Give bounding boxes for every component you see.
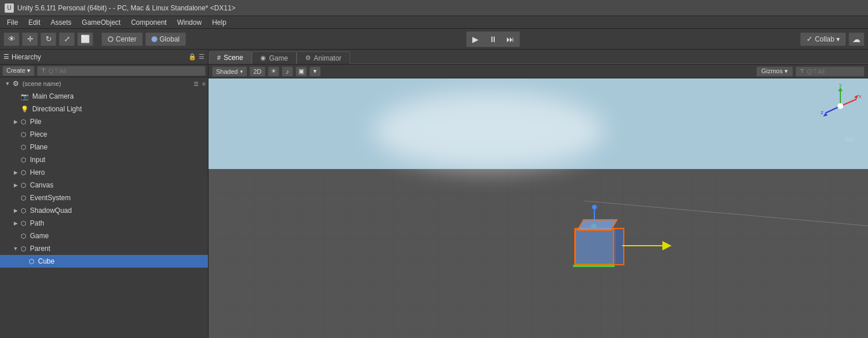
scene-search-input[interactable] — [807, 68, 861, 75]
list-item-piece[interactable]: ⬡ Piece — [0, 128, 208, 141]
title-bar: U Unity 5.6.1f1 Personal (64bit) - - PC,… — [0, 0, 868, 16]
menu-help[interactable]: Help — [207, 17, 231, 28]
scene-viewport[interactable]: x y z Iso — [209, 78, 868, 338]
menu-file[interactable]: File — [2, 17, 22, 28]
global-button[interactable]: Global — [145, 32, 186, 46]
light-icon: 💡 — [21, 106, 29, 113]
tool-move[interactable]: ✛ — [22, 32, 38, 46]
play-button[interactable]: ▶ — [468, 32, 484, 46]
step-button[interactable]: ⏭ — [502, 32, 518, 46]
list-item-directional-light[interactable]: 💡 Directional Light — [0, 103, 208, 115]
gizmo-overlay: x y z Iso — [817, 83, 863, 129]
x-axis-arrow[interactable] — [622, 241, 672, 250]
svg-marker-1 — [854, 95, 859, 99]
menu-gameobject[interactable]: GameObject — [77, 17, 125, 28]
gizmos-button[interactable]: Gizmos ▾ — [756, 66, 793, 77]
svg-text:y: y — [839, 83, 842, 88]
scene-tab-icon: # — [217, 54, 221, 61]
cube-face-front — [574, 228, 616, 265]
root-menu-icon: ☰ — [194, 81, 199, 87]
list-item-input[interactable]: ⬡ Input — [0, 153, 208, 166]
toolbar: 👁 ✛ ↻ ⤢ ⬜ Center Global ▶ ⏸ ⏭ ✓ Collab ▾… — [0, 29, 868, 50]
root-more-icon: ≡ — [202, 81, 206, 87]
title-text: Unity 5.6.1f1 Personal (64bit) - - PC, M… — [17, 4, 236, 12]
2d-button[interactable]: 2D — [249, 66, 266, 77]
scene-area: # Scene ◉ Game ⚙ Animator Shaded ▾ 2D ☀ — [209, 50, 868, 338]
gameobject-icon: ⬡ — [21, 118, 26, 126]
collab-button[interactable]: ✓ Collab ▾ — [800, 32, 846, 46]
hierarchy-root[interactable]: ▼ ⚙ (scene name) ☰ ≡ — [0, 77, 208, 90]
iso-label: Iso — [845, 135, 854, 143]
list-item-plane[interactable]: ⬡ Plane — [0, 141, 208, 153]
pause-button[interactable]: ⏸ — [485, 32, 501, 46]
cube-face-top — [577, 219, 618, 231]
svg-marker-3 — [838, 88, 843, 91]
menu-edit[interactable]: Edit — [24, 17, 45, 28]
svg-text:z: z — [821, 110, 824, 115]
list-item-path[interactable]: ▶ ⬡ Path — [0, 217, 208, 230]
expand-arrow-root: ▼ — [3, 81, 12, 87]
list-item-canvas[interactable]: ▶ ⬡ Canvas — [0, 179, 208, 191]
menu-component[interactable]: Component — [126, 17, 171, 28]
center-button[interactable]: Center — [101, 32, 143, 46]
list-item-cube[interactable]: ⬡ Cube — [0, 255, 208, 268]
svg-marker-5 — [823, 113, 828, 117]
cube-bottom-outline — [573, 265, 615, 267]
scene-tab-end — [350, 51, 868, 64]
list-item-eventsystem[interactable]: ⬡ EventSystem — [0, 191, 208, 204]
search-icon: ⊤ — [41, 67, 46, 74]
x-arrow-head — [662, 241, 672, 250]
tab-game[interactable]: ◉ Game — [252, 51, 297, 64]
tab-scene[interactable]: # Scene — [209, 51, 252, 64]
list-item-shadowquad[interactable]: ▶ ⬡ ShadowQuad — [0, 204, 208, 217]
create-button[interactable]: Create ▾ — [2, 66, 35, 76]
gameobject-icon8: ⬡ — [21, 220, 26, 227]
list-item-parent[interactable]: ▼ ⬡ Parent — [0, 242, 208, 255]
gameobject-icon4: ⬡ — [21, 156, 26, 164]
main-content: ☰ Hierarchy 🔒 ☰ Create ▾ ⊤ ▼ ⚙ (scene na… — [0, 50, 868, 338]
list-item-game[interactable]: ⬡ Game — [0, 230, 208, 242]
playback-controls: ▶ ⏸ ⏭ — [466, 31, 520, 47]
gameobject-icon7: ⬡ — [21, 207, 26, 215]
y-handle-dot — [592, 205, 597, 209]
hierarchy-list: ▼ ⚙ (scene name) ☰ ≡ 📷 Main Camera 💡 Dir… — [0, 77, 208, 338]
screen-icon-btn[interactable]: ▣ — [295, 66, 307, 77]
sky-blob — [373, 92, 604, 170]
list-item-pile[interactable]: ▶ ⬡ Pile — [0, 115, 208, 128]
cloud-button[interactable]: ☁ — [848, 32, 865, 46]
selected-cube-object[interactable] — [571, 219, 623, 265]
menu-window[interactable]: Window — [172, 17, 206, 28]
gameobject-icon3: ⬡ — [21, 144, 26, 151]
scene-search[interactable]: ⊤ — [795, 66, 865, 77]
y-axis-handle[interactable] — [592, 205, 597, 221]
svg-point-6 — [837, 103, 843, 109]
shaded-dropdown[interactable]: Shaded ▾ — [212, 66, 247, 77]
hierarchy-panel: ☰ Hierarchy 🔒 ☰ Create ▾ ⊤ ▼ ⚙ (scene na… — [0, 50, 209, 338]
list-item-hero[interactable]: ▶ ⬡ Hero — [0, 166, 208, 179]
menu-bar: File Edit Assets GameObject Component Wi… — [0, 16, 868, 29]
hierarchy-menu-icon: ☰ — [3, 53, 9, 61]
sun-icon-btn[interactable]: ☀ — [268, 66, 279, 77]
hierarchy-more-icon[interactable]: ☰ — [199, 53, 204, 61]
tool-rotate[interactable]: ↻ — [40, 32, 56, 46]
hierarchy-search[interactable]: ⊤ — [37, 66, 206, 76]
hierarchy-lock-icon[interactable]: 🔒 — [188, 53, 196, 61]
tool-scale[interactable]: ⤢ — [59, 32, 75, 46]
scene-tabs: # Scene ◉ Game ⚙ Animator — [209, 50, 868, 65]
menu-assets[interactable]: Assets — [46, 17, 76, 28]
tab-animator[interactable]: ⚙ Animator — [297, 51, 350, 64]
more-icon-btn[interactable]: ▾ — [309, 66, 321, 77]
cube-mesh — [571, 219, 623, 265]
scene-toolbar-right: Gizmos ▾ ⊤ — [756, 66, 865, 77]
hierarchy-search-input[interactable] — [48, 67, 202, 74]
unity-icon: U — [5, 3, 14, 13]
gizmo-svg: x y z — [817, 83, 863, 129]
tool-eye[interactable]: 👁 — [3, 32, 20, 46]
list-item-main-camera[interactable]: 📷 Main Camera — [0, 90, 208, 103]
hierarchy-toolbar: Create ▾ ⊤ — [0, 65, 208, 77]
sound-icon-btn[interactable]: ♪ — [282, 66, 293, 77]
tool-rect[interactable]: ⬜ — [77, 32, 93, 46]
animator-tab-icon: ⚙ — [305, 54, 311, 62]
dropdown-arrow-icon: ▾ — [240, 69, 243, 74]
game-tab-icon: ◉ — [260, 54, 266, 62]
